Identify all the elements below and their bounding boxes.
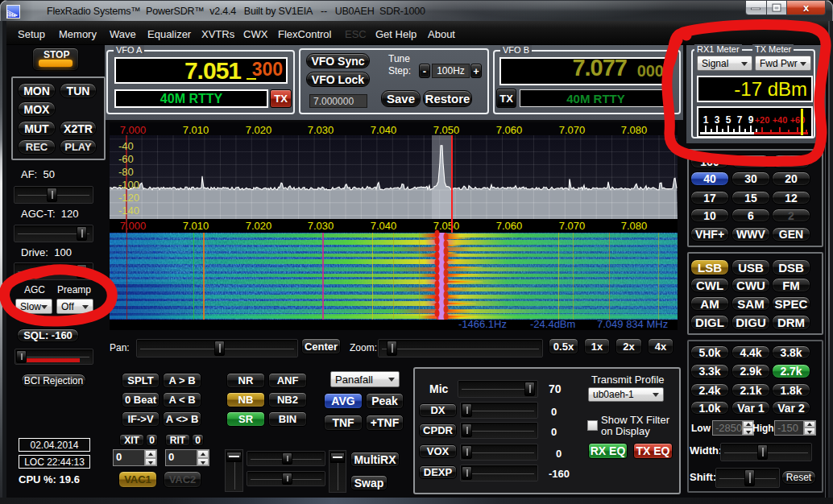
svg-text:7.060: 7.060 bbox=[496, 220, 523, 232]
svg-text:7.020: 7.020 bbox=[246, 124, 272, 136]
svg-text:+40: +40 bbox=[773, 115, 788, 125]
svg-text:7.070: 7.070 bbox=[559, 220, 586, 232]
svg-text:7.000: 7.000 bbox=[120, 220, 147, 232]
svg-text:7.000: 7.000 bbox=[120, 124, 147, 136]
svg-text:-80: -80 bbox=[118, 166, 134, 178]
svg-text:-40: -40 bbox=[118, 140, 134, 152]
svg-text:+20: +20 bbox=[755, 115, 770, 125]
svg-text:-24.4dBm: -24.4dBm bbox=[530, 318, 575, 330]
svg-text:7.080: 7.080 bbox=[621, 220, 648, 232]
svg-text:7.020: 7.020 bbox=[246, 220, 272, 232]
svg-text:7.010: 7.010 bbox=[183, 220, 209, 232]
svg-text:-60: -60 bbox=[118, 153, 134, 165]
svg-text:7.030: 7.030 bbox=[308, 220, 334, 232]
svg-text:-140: -140 bbox=[118, 204, 139, 217]
svg-text:5: 5 bbox=[726, 114, 731, 126]
svg-text:7.010: 7.010 bbox=[183, 124, 209, 136]
svg-text:7.070: 7.070 bbox=[559, 124, 586, 136]
svg-text:7.050: 7.050 bbox=[433, 124, 460, 136]
svg-text:7.030: 7.030 bbox=[308, 124, 334, 136]
svg-text:3: 3 bbox=[715, 114, 720, 126]
svg-text:7: 7 bbox=[737, 114, 743, 126]
svg-text:7.040: 7.040 bbox=[371, 124, 397, 136]
svg-text:9: 9 bbox=[748, 114, 754, 126]
svg-text:7.080: 7.080 bbox=[621, 124, 648, 136]
svg-text:7.049 834 MHz: 7.049 834 MHz bbox=[597, 318, 668, 330]
svg-text:-100: -100 bbox=[118, 179, 139, 191]
svg-text:7.060: 7.060 bbox=[496, 124, 523, 136]
svg-text:7.040: 7.040 bbox=[371, 220, 397, 232]
svg-text:1: 1 bbox=[703, 114, 709, 126]
svg-text:-120: -120 bbox=[118, 192, 139, 204]
svg-text:-1466.1Hz: -1466.1Hz bbox=[458, 318, 507, 330]
